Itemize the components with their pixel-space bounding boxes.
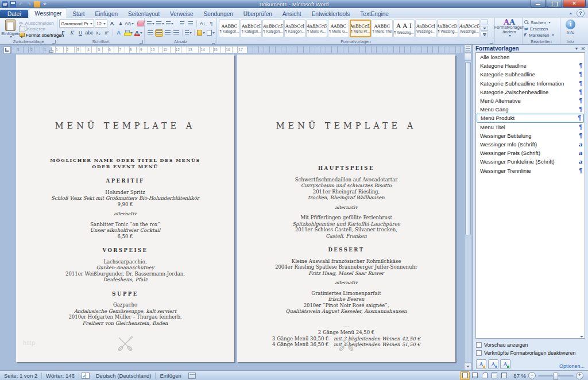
- italic-button[interactable]: K: [68, 29, 76, 37]
- word-app-icon[interactable]: W: [2, 1, 8, 7]
- scroll-up-icon[interactable]: [464, 53, 471, 60]
- help-icon[interactable]: ?: [577, 9, 585, 17]
- disable-linked-checkbox-row[interactable]: Verknüpfte Formatvorlagen deaktivieren: [476, 350, 585, 356]
- tab-seitenlayout[interactable]: Seitenlayout: [123, 10, 165, 18]
- styles-panel-header[interactable]: Formatvorlagen ▼ ✕: [473, 45, 588, 52]
- options-link[interactable]: Optionen...: [559, 363, 585, 369]
- gallery-more-icon[interactable]: [481, 32, 488, 37]
- style-gallery-item[interactable]: AaBbCcD¶ Menü Al...: [306, 20, 327, 37]
- borders-button[interactable]: [206, 29, 215, 37]
- multilevel-list-button[interactable]: [165, 20, 174, 28]
- panel-menu-icon[interactable]: ▼: [575, 46, 579, 51]
- print-layout-view-button[interactable]: [460, 371, 470, 380]
- gallery-scroll-up-icon[interactable]: [481, 20, 488, 25]
- style-item-wessinger-trennlinie[interactable]: Wessinger Trennlinie¶: [476, 166, 585, 175]
- style-item-men-alternative[interactable]: Menü Alternative¶: [476, 96, 585, 105]
- style-item-men-titel[interactable]: Menü Titel¶: [476, 123, 585, 131]
- style-inspector-button[interactable]: A: [488, 359, 498, 369]
- paste-button[interactable]: Einfügen: [2, 19, 19, 38]
- style-gallery-item[interactable]: AABBC¶ Menü G...: [328, 20, 349, 37]
- outline-view-button[interactable]: [489, 371, 499, 380]
- insert-mode-indicator[interactable]: Einfügen: [156, 373, 185, 379]
- panel-close-icon[interactable]: ✕: [581, 46, 585, 52]
- increase-indent-button[interactable]: [187, 20, 195, 28]
- line-spacing-button[interactable]: [184, 29, 192, 37]
- show-paragraph-marks-button[interactable]: ¶: [207, 20, 215, 28]
- shading-button[interactable]: [196, 29, 206, 37]
- tab-entwicklertools[interactable]: Entwicklertools: [307, 10, 355, 18]
- ruler-toggle-icon[interactable]: [464, 45, 471, 52]
- shrink-font-button[interactable]: A: [117, 20, 125, 28]
- sort-button[interactable]: A↓: [199, 20, 207, 28]
- tab-einf-gen[interactable]: Einfügen: [90, 10, 123, 18]
- style-item-kategorie-subheadline[interactable]: Kategorie Subheadline¶: [476, 70, 585, 79]
- undo-icon[interactable]: ↶: [18, 1, 24, 7]
- web-layout-view-button[interactable]: [479, 371, 489, 380]
- zoom-in-button[interactable]: +: [576, 372, 583, 379]
- draft-view-button[interactable]: [499, 371, 509, 380]
- tab-datei[interactable]: Datei: [0, 10, 28, 18]
- close-button[interactable]: ✕: [563, 0, 586, 7]
- minimize-button[interactable]: [531, 0, 546, 7]
- word-count[interactable]: Wörter: 146: [42, 373, 79, 379]
- font-name-combo[interactable]: Garamond Pr: [59, 20, 94, 28]
- spellcheck-icon[interactable]: [82, 373, 90, 379]
- customize-qat-icon[interactable]: [43, 3, 47, 5]
- macro-record-icon[interactable]: [188, 373, 196, 379]
- bullets-button[interactable]: [146, 20, 155, 28]
- style-gallery-item[interactable]: AaBbCcD.¶ Wessing...: [437, 20, 458, 37]
- document-page-2[interactable]: MENÜ TEMPLATE AHAUPTSPEISESchwertfischme…: [237, 55, 455, 362]
- replace-button[interactable]: ⇄ Ersetzen: [524, 26, 559, 32]
- find-button[interactable]: Suchen: [524, 20, 559, 25]
- style-item-kategorie-headline[interactable]: Kategorie Headline¶: [476, 61, 585, 70]
- zoom-slider-thumb[interactable]: [553, 373, 558, 380]
- style-gallery-item[interactable]: AaBbCcI¶ Kategori...: [241, 20, 262, 37]
- collapse-ribbon-icon[interactable]: [568, 11, 574, 16]
- scrollbar-track[interactable]: [464, 61, 471, 362]
- scroll-down-icon[interactable]: [464, 363, 471, 370]
- disable-linked-checkbox[interactable]: [476, 350, 482, 356]
- style-item-wessinger-punktelinie-schrift[interactable]: Wessinger Punktelinie (Schrift)a: [476, 157, 585, 166]
- decrease-indent-button[interactable]: [178, 20, 186, 28]
- zoom-out-button[interactable]: −: [528, 372, 536, 379]
- preview-checkbox-row[interactable]: Vorschau anzeigen: [476, 342, 585, 348]
- bold-button[interactable]: F: [59, 29, 67, 37]
- grow-font-button[interactable]: A: [108, 20, 116, 28]
- style-gallery-item[interactable]: AaBbCcD¶ Kategori...: [262, 20, 284, 37]
- page-indicator[interactable]: Seite: 1 von 2: [0, 373, 41, 379]
- superscript-button[interactable]: x²: [103, 29, 111, 37]
- vertical-scrollbar[interactable]: [464, 45, 471, 370]
- style-item-men-gang[interactable]: Menü Gang¶: [476, 105, 585, 114]
- styles-dialog-launcher[interactable]: [490, 40, 493, 44]
- preview-checkbox[interactable]: [476, 342, 482, 348]
- text-effects-button[interactable]: A: [115, 29, 123, 37]
- tab-sendungen[interactable]: Sendungen: [199, 10, 238, 18]
- zoom-slider[interactable]: [538, 375, 574, 377]
- subscript-button[interactable]: x₂: [94, 29, 102, 37]
- save-icon[interactable]: [10, 1, 16, 7]
- clear-formatting-button[interactable]: [137, 20, 145, 28]
- scrollbar-thumb[interactable]: [465, 62, 471, 235]
- style-gallery-item[interactable]: AaBbCcI¶ Kategori...: [284, 20, 305, 37]
- highlight-button[interactable]: [123, 29, 133, 37]
- align-left-button[interactable]: [146, 29, 154, 37]
- underline-button[interactable]: U: [76, 29, 84, 37]
- list-scroll-down-icon[interactable]: [580, 336, 583, 338]
- font-color-button[interactable]: A: [134, 29, 143, 37]
- zoom-level[interactable]: 87 %: [511, 373, 526, 379]
- paragraph-dialog-launcher[interactable]: [212, 40, 215, 44]
- styles-list-scrollbar[interactable]: [579, 53, 584, 338]
- style-item-kategorie-subheadline-information[interactable]: Kategorie Subheadline Information¶: [476, 79, 585, 88]
- style-gallery-item[interactable]: AaBbCcD¶ Menü Pr...: [350, 20, 371, 37]
- style-item-men-produkt[interactable]: Menü Produkt¶: [477, 114, 584, 122]
- style-gallery-item[interactable]: AaBbCcIWessinge...: [415, 20, 436, 37]
- style-gallery-item[interactable]: AABBC¶ Kategori...: [219, 20, 240, 37]
- strikethrough-button[interactable]: abc: [85, 29, 94, 37]
- tab-berpr-fen[interactable]: Überprüfen: [238, 10, 277, 18]
- style-item-wessinger-preis-schrift[interactable]: Wessinger Preis (Schrift)a: [476, 149, 585, 157]
- tab-verweise[interactable]: Verweise: [165, 10, 199, 18]
- numbering-button[interactable]: [156, 20, 164, 28]
- font-size-combo[interactable]: 12: [95, 20, 107, 28]
- fullscreen-view-button[interactable]: [470, 371, 479, 380]
- tab-wessinger[interactable]: Wessinger: [29, 9, 67, 18]
